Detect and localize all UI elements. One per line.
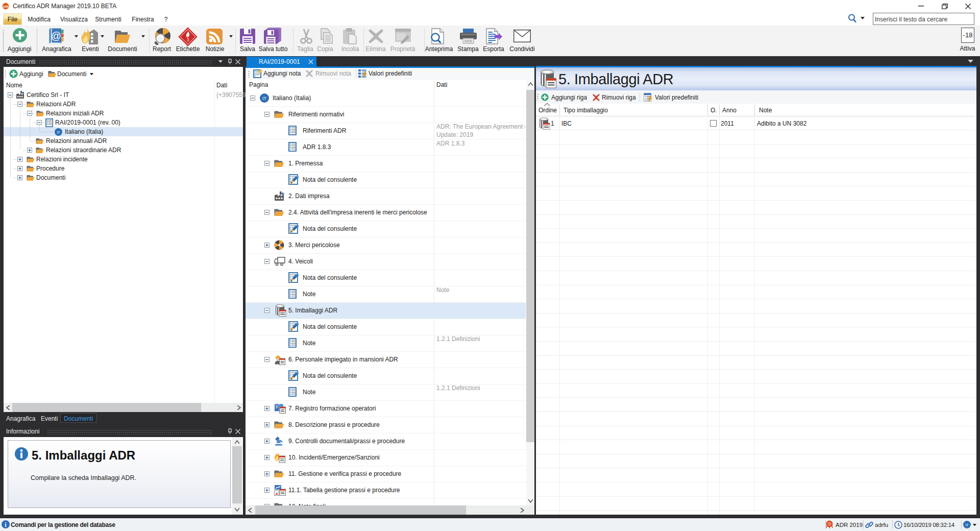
svg-text:IT: IT bbox=[965, 523, 969, 527]
svg-text:IT: IT bbox=[262, 96, 267, 101]
svg-text:3: 3 bbox=[187, 37, 189, 42]
svg-text:ADR: ADR bbox=[3, 5, 9, 8]
svg-text:IT: IT bbox=[57, 131, 60, 134]
svg-text:a: a bbox=[276, 491, 278, 496]
svg-text:@: @ bbox=[51, 30, 61, 41]
